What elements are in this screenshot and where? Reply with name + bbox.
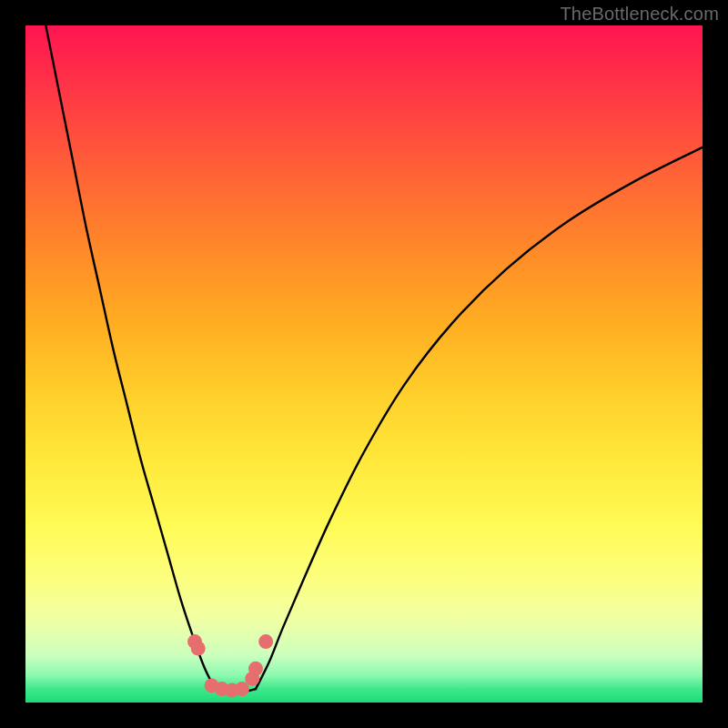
data-point [248,662,263,676]
data-point [258,634,273,649]
curve-right-curve [256,147,703,689]
curve-left-curve [46,25,215,689]
outer-frame: TheBottleneck.com [0,0,728,728]
data-point [191,641,206,655]
chart-svg [25,25,703,703]
watermark-text: TheBottleneck.com [560,4,719,25]
scatter-layer [187,634,273,698]
curve-layer [46,25,703,693]
plot-area [25,25,703,703]
